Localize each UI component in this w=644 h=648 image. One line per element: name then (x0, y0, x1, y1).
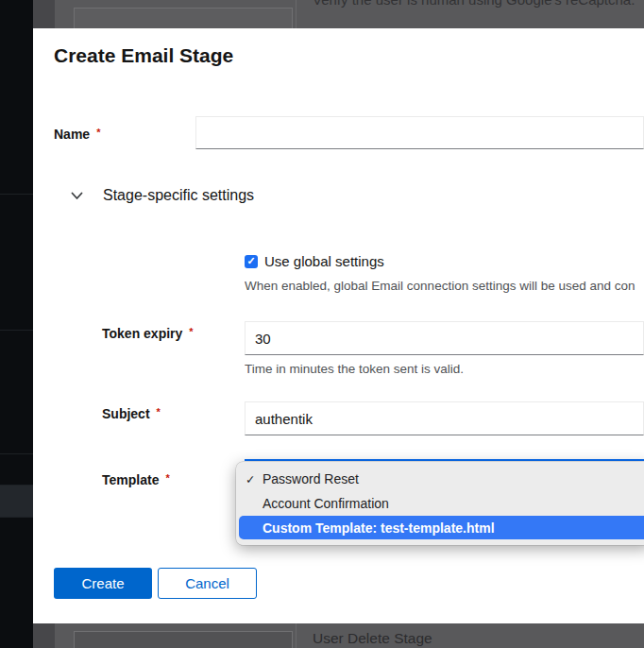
template-select-focus-border (245, 459, 644, 461)
dropdown-option-custom-template[interactable]: Custom Template: test-template.html (239, 516, 644, 539)
background-gutter (33, 623, 55, 648)
stage-specific-settings-toggle[interactable]: Stage-specific settings (71, 187, 254, 204)
app-sidebar (0, 0, 33, 648)
selected-check-icon: ✓ (246, 472, 255, 486)
background-gutter (33, 0, 55, 28)
checkbox-check-icon: ✓ (246, 256, 255, 266)
sidebar-divider (0, 485, 33, 486)
name-required-asterisk: * (96, 127, 100, 138)
dimmed-background-bottom: User Delete Stage (33, 623, 644, 648)
template-required-asterisk: * (165, 472, 169, 484)
background-recaptcha-text: Verify the user is human using Google's … (313, 0, 635, 8)
sidebar-divider (0, 453, 33, 454)
name-label: Name* (54, 127, 100, 142)
use-global-settings-checkbox[interactable]: ✓ (245, 255, 258, 268)
dimmed-background-top: Verify the user is human using Google's … (33, 0, 644, 28)
sidebar-divider (0, 330, 33, 331)
use-global-settings-label: Use global settings (264, 253, 384, 269)
name-input[interactable] (195, 116, 644, 149)
modal-title: Create Email Stage (54, 44, 233, 67)
sidebar-active-item (0, 485, 33, 517)
template-label: Template* (102, 472, 170, 487)
section-label: Stage-specific settings (103, 187, 254, 204)
chevron-down-icon (71, 192, 83, 200)
token-expiry-label: Token expiry* (102, 326, 194, 341)
app-root: Verify the user is human using Google's … (0, 0, 644, 648)
token-expiry-required-asterisk: * (189, 326, 193, 337)
create-email-stage-modal: Create Email Stage Name* Stage-specific … (33, 28, 644, 623)
subject-label: Subject* (102, 406, 161, 421)
subject-required-asterisk: * (157, 406, 161, 418)
background-column-divider (296, 0, 297, 28)
dropdown-option-password-reset[interactable]: ✓ Password Reset (236, 467, 644, 491)
background-user-delete-stage: User Delete Stage (313, 630, 432, 647)
token-expiry-input[interactable] (245, 321, 644, 355)
sidebar-divider (0, 517, 33, 518)
create-button[interactable]: Create (54, 568, 152, 599)
dropdown-option-account-confirmation[interactable]: Account Confirmation (236, 491, 644, 516)
sidebar-divider (0, 194, 33, 195)
template-dropdown: ✓ Password Reset Account Confirmation Cu… (236, 462, 644, 545)
use-global-settings-row: ✓ Use global settings (245, 253, 384, 269)
subject-input[interactable] (245, 401, 644, 435)
token-expiry-help: Time in minutes the token sent is valid. (245, 362, 644, 376)
background-form-box (74, 8, 293, 28)
background-form-box (74, 631, 293, 648)
background-column-divider (296, 623, 297, 648)
cancel-button[interactable]: Cancel (158, 568, 257, 599)
use-global-settings-help: When enabled, global Email connection se… (245, 279, 644, 293)
